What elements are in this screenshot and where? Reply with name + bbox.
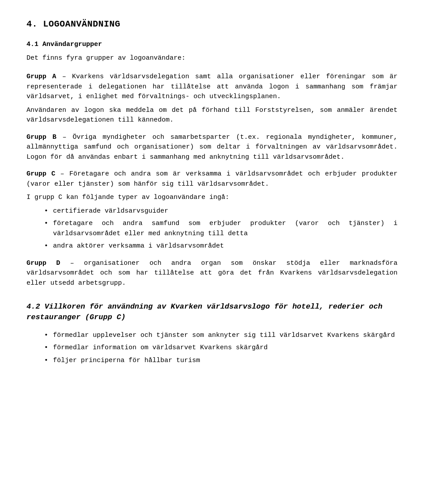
subsection-4-2-title: 4.2 Villkoren för användning av Kvarken … xyxy=(26,302,398,323)
group-c-content: Företagare och andra som är verksamma i … xyxy=(26,170,398,188)
group-c-label: Grupp C xyxy=(26,170,55,178)
group-b-block: Grupp B – Övriga myndigheter och samarbe… xyxy=(26,133,398,163)
list-item: certifierade världsarvsguider xyxy=(44,206,398,217)
group-d-label: Grupp D xyxy=(26,260,60,267)
group-a-dash: – xyxy=(56,73,72,80)
group-b-content: Övriga myndigheter och samarbetsparter (… xyxy=(26,134,398,161)
list-item: andra aktörer verksamma i världsarvsområ… xyxy=(44,241,398,252)
subsection-4-1-title: 4.1 Användargrupper xyxy=(26,40,398,50)
group-b-text: Grupp B – Övriga myndigheter och samarbe… xyxy=(26,133,398,163)
list-item: företagare och andra samfund som erbjude… xyxy=(44,219,398,239)
section-4-2-list: förmedlar upplevelser och tjänster som a… xyxy=(26,331,398,366)
group-c-list: certifierade världsarvsguiderföretagare … xyxy=(26,206,398,252)
intro-text: Det finns fyra grupper av logoanvändare: xyxy=(26,53,398,64)
group-a-label: Grupp A xyxy=(26,73,56,80)
subsection-4-1-heading: 4.1 Användargrupper xyxy=(26,41,102,48)
group-a-content: Kvarkens världsarvsdelegation samt alla … xyxy=(26,73,398,100)
list-item: följer principerna för hållbar turism xyxy=(44,356,398,366)
subsection-4-1: 4.1 Användargrupper Det finns fyra grupp… xyxy=(26,40,398,63)
section-title: 4. LOGOANVÄNDNING xyxy=(26,18,398,31)
group-c-dash: – xyxy=(55,170,69,178)
group-b-dash: – xyxy=(57,134,73,141)
group-d-text: Grupp D – organisationer och andra organ… xyxy=(26,259,398,289)
group-c-block: Grupp C – Företagare och andra som är ve… xyxy=(26,169,398,252)
group-d-dash: – xyxy=(60,260,84,267)
list-item: förmedlar upplevelser och tjänster som a… xyxy=(44,331,398,341)
group-c-text: Grupp C – Företagare och andra som är ve… xyxy=(26,169,398,189)
group-c-intro: I grupp C kan följande typer av logoanvä… xyxy=(26,193,398,203)
group-a-block: Grupp A – Kvarkens världsarvsdelegation … xyxy=(26,72,398,126)
page-content: 4. LOGOANVÄNDNING 4.1 Användargrupper De… xyxy=(26,18,398,366)
group-d-block: Grupp D – organisationer och andra organ… xyxy=(26,259,398,289)
group-b-label: Grupp B xyxy=(26,134,57,141)
group-a-text: Grupp A – Kvarkens världsarvsdelegation … xyxy=(26,72,398,102)
list-item: förmedlar information om världsarvet Kva… xyxy=(44,343,398,353)
group-a-extra-text: Användaren av logon ska meddela om det p… xyxy=(26,106,398,126)
